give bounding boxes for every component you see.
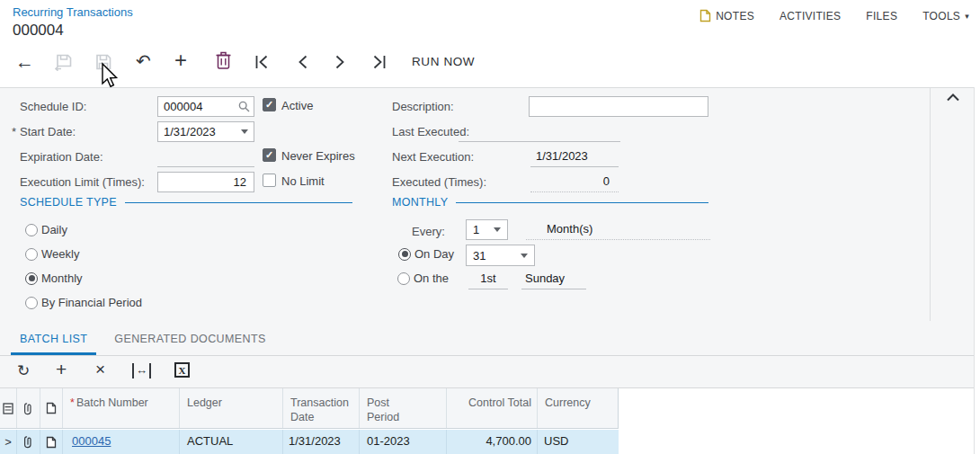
cell-currency[interactable]: USD xyxy=(538,430,619,454)
batch-number-link[interactable]: 000045 xyxy=(72,434,111,448)
grid-header-notes[interactable] xyxy=(40,388,63,428)
execution-limit-label: Execution Limit (Times): xyxy=(20,175,145,189)
go-next-button[interactable] xyxy=(334,55,346,69)
note-file-icon xyxy=(46,402,57,414)
activities-label: ACTIVITIES xyxy=(780,10,841,22)
save-and-close-button[interactable] xyxy=(54,54,73,71)
save-button[interactable] xyxy=(95,54,111,70)
col-header-currency[interactable]: Currency xyxy=(538,388,619,428)
cell-transaction-date[interactable]: 1/31/2023 xyxy=(283,430,360,454)
on-the-weekday-field[interactable]: Sunday xyxy=(521,269,586,289)
expiration-date-field[interactable] xyxy=(157,147,254,167)
start-date-input[interactable] xyxy=(157,121,254,142)
cell-post-period[interactable]: 01-2023 xyxy=(360,430,447,454)
schedule-id-label: Schedule ID: xyxy=(20,100,86,113)
radio-on-day[interactable]: On Day xyxy=(398,247,454,261)
row-note-cell[interactable] xyxy=(40,430,63,454)
every-unit-field: Month(s) xyxy=(526,219,710,240)
breadcrumb[interactable]: Recurring Transactions xyxy=(13,5,133,19)
schedule-id-field-wrap xyxy=(157,96,254,117)
back-button[interactable]: ← xyxy=(15,51,34,73)
never-expires-label: Never Expires xyxy=(281,149,355,163)
row-expand-icon: > xyxy=(4,431,12,454)
go-last-button[interactable] xyxy=(371,55,387,69)
every-select[interactable]: 1 xyxy=(466,219,508,240)
row-expand-cell[interactable]: > xyxy=(0,430,17,454)
undo-button[interactable]: ↶ xyxy=(136,50,151,72)
fit-width-icon: ↔ xyxy=(136,363,147,377)
tools-button[interactable]: TOOLS ▾ xyxy=(922,10,969,22)
cell-ledger[interactable]: ACTUAL xyxy=(180,430,283,454)
col-header-batch-number[interactable]: *Batch Number xyxy=(63,388,180,428)
chevron-down-icon xyxy=(521,254,528,258)
col-header-post-period[interactable]: Post Period xyxy=(360,388,447,428)
radio-by-financial-period-circle[interactable] xyxy=(25,297,38,309)
header-menu: NOTES ACTIVITIES FILES TOOLS ▾ xyxy=(699,9,969,22)
go-first-button[interactable] xyxy=(254,55,270,69)
tab-generated-documents[interactable]: GENERATED DOCUMENTS xyxy=(105,323,275,355)
chevron-down-icon[interactable] xyxy=(241,129,248,134)
tab-bar: BATCH LIST GENERATED DOCUMENTS xyxy=(0,323,975,356)
notes-button[interactable]: NOTES xyxy=(699,9,754,22)
col-header-control-total[interactable]: Control Total xyxy=(447,388,538,428)
description-input[interactable] xyxy=(529,96,708,117)
paperclip-icon xyxy=(23,435,33,449)
on-the-ordinal-field[interactable]: 1st xyxy=(468,269,508,289)
section-rule xyxy=(125,202,352,203)
radio-daily-circle[interactable] xyxy=(25,224,38,236)
schedule-type-section-header: SCHEDULE TYPE xyxy=(20,196,352,209)
previous-record-icon xyxy=(297,55,308,69)
note-icon xyxy=(699,9,711,22)
next-execution-field: 1/31/2023 xyxy=(530,147,619,167)
executed-times-field: 0 xyxy=(530,172,619,192)
never-expires-checkbox[interactable] xyxy=(263,148,276,162)
grid-add-row-button[interactable]: + xyxy=(56,359,67,380)
tools-label: TOOLS xyxy=(922,10,960,22)
grid-refresh-button[interactable]: ↻ xyxy=(17,361,30,380)
search-icon[interactable] xyxy=(238,101,250,112)
next-record-icon xyxy=(334,55,346,69)
row-attachment-cell[interactable] xyxy=(17,430,40,454)
col-header-transaction-date[interactable]: Transaction Date xyxy=(283,388,360,428)
trash-icon xyxy=(215,50,232,70)
table-row[interactable]: > 000045 ACTUAL 1/31/2023 01-2023 4,700.… xyxy=(0,430,619,454)
monthly-section-header: MONTHLY xyxy=(392,196,708,209)
add-record-button[interactable]: + xyxy=(174,48,187,73)
radio-weekly-circle[interactable] xyxy=(25,248,38,261)
description-label: Description: xyxy=(392,100,454,113)
panel-right-border xyxy=(974,87,975,454)
go-previous-button[interactable] xyxy=(297,55,308,69)
execution-limit-input[interactable] xyxy=(157,172,254,192)
radio-monthly[interactable]: Monthly xyxy=(25,272,83,285)
page-title: 000004 xyxy=(13,22,64,40)
no-limit-checkbox[interactable] xyxy=(263,174,276,187)
col-header-ledger[interactable]: Ledger xyxy=(180,388,283,428)
run-now-button[interactable]: RUN NOW xyxy=(412,55,475,68)
radio-daily[interactable]: Daily xyxy=(25,223,67,236)
grid-header-settings[interactable] xyxy=(0,388,17,428)
schedule-type-title: SCHEDULE TYPE xyxy=(20,196,117,209)
start-date-field-wrap xyxy=(157,121,254,142)
files-button[interactable]: FILES xyxy=(866,10,897,22)
last-record-icon xyxy=(371,55,387,69)
radio-monthly-circle[interactable] xyxy=(25,272,38,285)
grid-fit-width-button[interactable]: ↔ xyxy=(132,363,151,378)
activities-button[interactable]: ACTIVITIES xyxy=(780,10,841,22)
radio-weekly[interactable]: Weekly xyxy=(25,247,79,261)
collapse-panel-button[interactable] xyxy=(946,93,966,107)
delete-button[interactable] xyxy=(215,50,232,70)
grid-export-excel-button[interactable]: X xyxy=(174,362,190,378)
notes-label: NOTES xyxy=(716,10,754,22)
tab-batch-list[interactable]: BATCH LIST xyxy=(11,323,96,355)
radio-on-the-circle[interactable] xyxy=(397,272,410,285)
cell-batch-number[interactable]: 000045 xyxy=(63,430,180,454)
grid-delete-row-button[interactable]: × xyxy=(95,360,105,379)
cell-control-total[interactable]: 4,700.00 xyxy=(447,430,538,454)
note-file-icon xyxy=(46,436,57,449)
on-day-select[interactable]: 31 xyxy=(466,245,535,266)
radio-by-financial-period[interactable]: By Financial Period xyxy=(25,296,142,309)
radio-on-day-circle[interactable] xyxy=(398,248,411,261)
active-checkbox[interactable] xyxy=(263,98,276,111)
grid-header-attachments[interactable] xyxy=(17,388,40,428)
radio-on-the[interactable]: On the xyxy=(397,272,449,285)
